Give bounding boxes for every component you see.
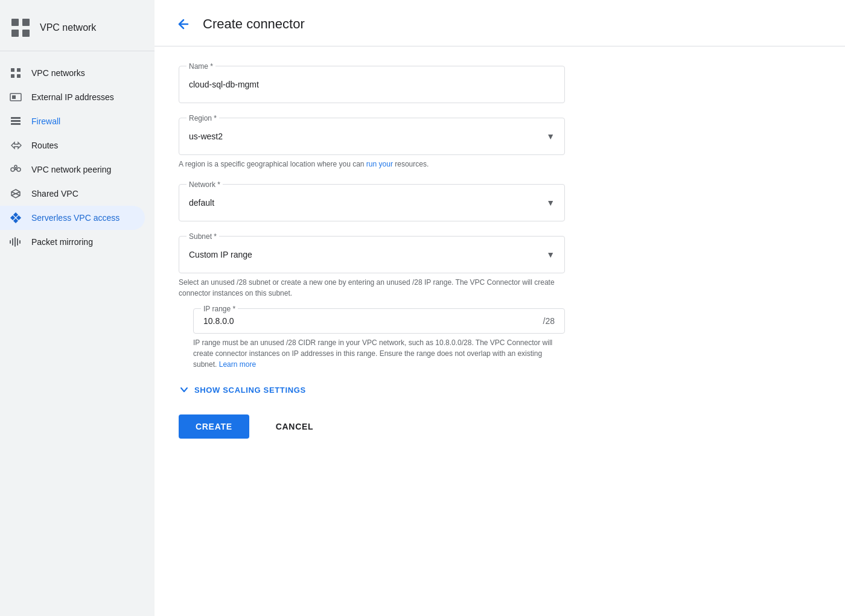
subnet-select-wrapper: Custom IP range ▼ [189, 241, 555, 263]
svg-rect-2 [11, 30, 19, 37]
region-dropdown-icon[interactable]: ▼ [546, 132, 555, 141]
svg-rect-22 [17, 238, 18, 246]
subnet-field-box: Subnet * Custom IP range ▼ [179, 236, 565, 273]
subnet-dropdown-icon[interactable]: ▼ [546, 250, 555, 259]
svg-point-16 [14, 165, 17, 168]
name-field-box: Name * [179, 66, 565, 103]
name-label: Name * [187, 62, 215, 72]
name-group: Name * [179, 66, 565, 103]
region-helper-link[interactable]: run your [366, 160, 393, 168]
name-value [189, 71, 555, 93]
external-ip-icon [10, 91, 22, 103]
region-label: Region * [187, 113, 219, 124]
sidebar-item-vpc-networks[interactable]: VPC networks [0, 61, 145, 85]
sidebar-item-serverless-vpc[interactable]: Serverless VPC access [0, 206, 145, 230]
cancel-button[interactable]: CANCEL [259, 414, 331, 439]
sidebar-item-shared-vpc[interactable]: Shared VPC [0, 182, 145, 206]
sidebar-header: VPC network [0, 10, 155, 51]
create-button[interactable]: CREATE [179, 414, 249, 439]
region-field-box: Region * us-west2 ▼ [179, 118, 565, 155]
routes-icon [10, 139, 22, 151]
sidebar-item-routes[interactable]: Routes [0, 133, 145, 157]
ip-range-input[interactable] [203, 316, 543, 326]
vpc-peering-icon [10, 164, 22, 176]
network-label: Network * [187, 180, 223, 190]
sidebar-item-packet-mirroring-label: Packet mirroring [31, 237, 93, 247]
sidebar-divider [0, 51, 155, 51]
sidebar-item-external-ip-label: External IP addresses [31, 92, 114, 102]
region-value: us-west2 [189, 128, 223, 145]
svg-point-14 [17, 168, 21, 171]
back-button[interactable] [174, 14, 193, 34]
ip-range-helper: IP range must be an unused /28 CIDR rang… [193, 337, 565, 370]
sidebar-item-vpc-peering-label: VPC network peering [31, 165, 111, 174]
name-input[interactable] [189, 76, 555, 93]
network-select-wrapper: default ▼ [189, 189, 555, 211]
svg-rect-3 [22, 30, 30, 37]
show-scaling-label: SHOW SCALING SETTINGS [194, 386, 306, 395]
sidebar-title: VPC network [40, 22, 96, 33]
region-helper: A region is a specific geographical loca… [179, 159, 565, 170]
sidebar-item-vpc-peering[interactable]: VPC network peering [0, 157, 145, 182]
sidebar-item-serverless-vpc-label: Serverless VPC access [31, 213, 120, 223]
svg-rect-23 [19, 240, 21, 244]
vpc-network-logo [10, 17, 31, 39]
sidebar-nav: VPC networks External IP addresses [0, 56, 155, 259]
svg-rect-20 [14, 237, 16, 247]
main-content: Create connector Name * Region * us-west… [155, 0, 845, 616]
sidebar-item-external-ip[interactable]: External IP addresses [0, 85, 145, 109]
svg-rect-7 [17, 74, 21, 78]
svg-rect-21 [12, 238, 13, 246]
network-field-box: Network * default ▼ [179, 184, 565, 221]
svg-rect-6 [11, 74, 14, 78]
svg-rect-24 [10, 240, 11, 244]
svg-point-13 [11, 168, 14, 171]
sidebar-item-routes-label: Routes [31, 141, 58, 150]
chevron-down-icon [179, 384, 190, 395]
firewall-icon [10, 115, 22, 127]
ip-range-learn-more-link[interactable]: Learn more [219, 360, 256, 369]
subnet-value: Custom IP range [189, 246, 252, 263]
network-dropdown-icon[interactable]: ▼ [546, 198, 555, 208]
subnet-label: Subnet * [187, 232, 219, 242]
svg-rect-1 [22, 19, 30, 26]
svg-rect-11 [11, 120, 21, 122]
ip-range-inner: /28 [194, 309, 564, 333]
region-group: Region * us-west2 ▼ A region is a specif… [179, 118, 565, 170]
ip-range-suffix: /28 [543, 316, 555, 326]
sidebar: VPC network VPC networks [0, 0, 155, 616]
sidebar-item-packet-mirroring[interactable]: Packet mirroring [0, 230, 145, 254]
svg-rect-5 [17, 68, 21, 72]
page-title: Create connector [203, 16, 305, 32]
svg-rect-0 [11, 19, 19, 26]
network-group: Network * default ▼ [179, 184, 565, 221]
shared-vpc-icon [10, 188, 22, 200]
ip-range-box: IP range * /28 [193, 308, 565, 334]
ip-range-label: IP range * [201, 304, 238, 314]
page-header: Create connector [155, 0, 845, 46]
form-actions: CREATE CANCEL [179, 414, 565, 439]
svg-rect-10 [11, 117, 21, 119]
sidebar-item-firewall[interactable]: Firewall [0, 109, 145, 133]
packet-mirroring-icon [10, 236, 22, 248]
svg-rect-9 [12, 95, 16, 99]
subnet-helper: Select an unused /28 subnet or create a … [179, 277, 565, 299]
sidebar-item-vpc-networks-label: VPC networks [31, 68, 85, 78]
network-value: default [189, 194, 214, 211]
sidebar-item-shared-vpc-label: Shared VPC [31, 189, 78, 198]
svg-rect-12 [11, 123, 21, 125]
serverless-vpc-icon [10, 212, 22, 224]
svg-rect-4 [11, 68, 14, 72]
form-container: Name * Region * us-west2 ▼ A region is a [155, 46, 589, 463]
sidebar-item-firewall-label: Firewall [31, 116, 60, 126]
vpc-networks-icon [10, 67, 22, 79]
subnet-group: Subnet * Custom IP range ▼ Select an unu… [179, 236, 565, 370]
region-select-wrapper: us-west2 ▼ [189, 123, 555, 145]
show-scaling-button[interactable]: SHOW SCALING SETTINGS [179, 384, 565, 395]
